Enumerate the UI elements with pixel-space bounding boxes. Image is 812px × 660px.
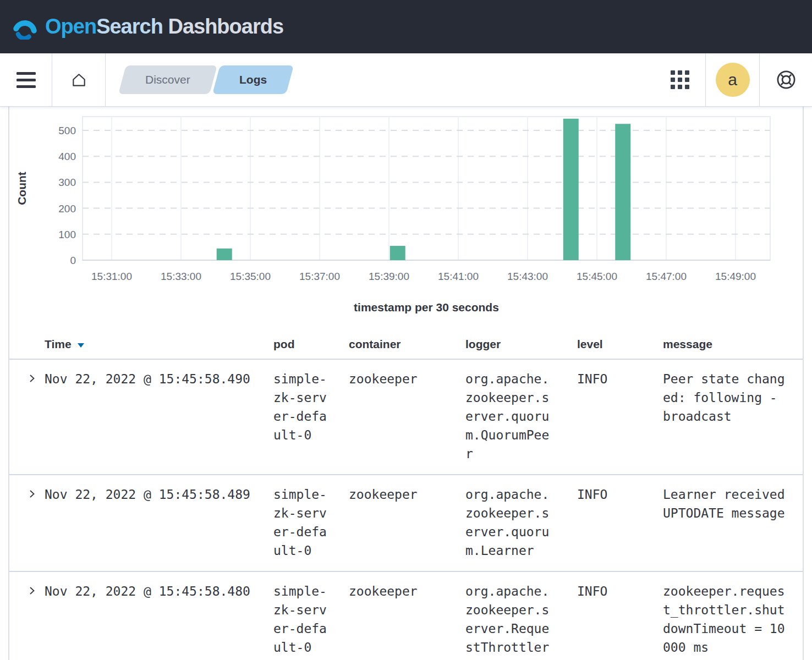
cell-level: INFO	[577, 582, 663, 601]
table-row: Nov 22, 2022 @ 15:45:58.480 simple-zk-se…	[9, 572, 803, 660]
cell-message: Peer state changed: following - broadcas…	[663, 370, 803, 426]
cell-pod: simple-zk-server-default-0	[273, 370, 349, 444]
histogram-bar[interactable]	[615, 124, 630, 260]
breadcrumb: DiscoverLogs	[122, 53, 290, 106]
breadcrumb-label: Logs	[239, 73, 267, 86]
cell-logger: org.apache.zookeeper.server.quorum.Learn…	[465, 485, 577, 560]
histogram-section: 15:31:0015:33:0015:35:0015:37:0015:39:00…	[9, 107, 803, 321]
cell-message: Learner received UPTODATE message	[663, 485, 803, 522]
y-tick-label: 200	[58, 203, 76, 215]
expand-row-button[interactable]	[19, 373, 45, 386]
histogram-bar[interactable]	[563, 119, 579, 260]
x-tick-label: 15:45:00	[577, 271, 617, 282]
cell-time: Nov 22, 2022 @ 15:45:58.490	[45, 370, 273, 388]
column-header-container[interactable]: container	[349, 338, 465, 351]
breadcrumb-label: Discover	[145, 73, 190, 86]
x-tick-label: 15:47:00	[646, 271, 687, 282]
table-header-row: Time pod container logger level message	[9, 329, 803, 360]
life-ring-icon	[776, 69, 797, 90]
cell-message: zookeeper.request_throttler.shutdownTime…	[663, 582, 803, 657]
y-tick-label: 100	[58, 229, 76, 240]
histogram-chart: 15:31:0015:33:0015:35:0015:37:0015:39:00…	[9, 107, 803, 321]
y-tick-label: 300	[58, 177, 76, 188]
cell-logger: org.apache.zookeeper.server.quorum.Quoru…	[465, 370, 577, 463]
y-tick-label: 400	[58, 151, 76, 162]
table-row: Nov 22, 2022 @ 15:45:58.489 simple-zk-se…	[9, 475, 803, 572]
cell-logger: org.apache.zookeeper.server.RequestThrot…	[465, 582, 577, 657]
user-avatar[interactable]: a	[716, 63, 750, 97]
y-tick-label: 0	[70, 255, 76, 266]
x-axis-title: timestamp per 30 seconds	[354, 301, 499, 314]
cell-pod: simple-zk-server-default-0	[273, 582, 349, 657]
y-axis-title: Count	[15, 172, 28, 205]
histogram-bar[interactable]	[390, 246, 405, 260]
column-header-logger[interactable]: logger	[465, 338, 577, 351]
divider	[105, 53, 106, 106]
column-header-message[interactable]: message	[663, 338, 803, 351]
x-tick-label: 15:39:00	[369, 271, 409, 282]
help-button[interactable]	[760, 53, 812, 106]
column-header-time[interactable]: Time	[45, 338, 273, 351]
apps-grid-icon	[671, 70, 689, 89]
column-header-pod[interactable]: pod	[273, 338, 349, 351]
apps-grid-button[interactable]	[655, 53, 705, 106]
cell-pod: simple-zk-server-default-0	[273, 485, 349, 560]
x-tick-label: 15:43:00	[507, 271, 548, 282]
app-title: OpenSearch Dashboards	[45, 15, 283, 38]
home-icon	[70, 72, 87, 89]
breadcrumb-discover[interactable]: Discover	[118, 65, 217, 94]
chevron-right-icon	[26, 585, 37, 596]
expand-row-button[interactable]	[19, 585, 45, 598]
x-tick-label: 15:37:00	[299, 271, 340, 282]
hamburger-icon	[17, 72, 36, 75]
x-tick-label: 15:35:00	[230, 271, 271, 282]
opensearch-logo-icon	[12, 14, 38, 40]
column-header-level[interactable]: level	[577, 338, 663, 351]
discover-content: 15:31:0015:33:0015:35:0015:37:0015:39:00…	[8, 107, 804, 660]
cell-container: zookeeper	[349, 485, 465, 504]
breadcrumb-logs[interactable]: Logs	[212, 65, 294, 94]
histogram-bar[interactable]	[217, 249, 232, 260]
nav-right-section: a	[655, 53, 812, 106]
sort-desc-icon	[77, 342, 85, 348]
chevron-right-icon	[26, 373, 37, 384]
y-tick-label: 500	[58, 125, 76, 136]
cell-level: INFO	[577, 370, 663, 388]
top-nav: DiscoverLogs a	[0, 53, 812, 107]
table-row: Nov 22, 2022 @ 15:45:58.490 simple-zk-se…	[9, 360, 803, 475]
x-tick-label: 15:33:00	[161, 271, 201, 282]
opensearch-logo: OpenSearch Dashboards	[12, 14, 283, 40]
home-button[interactable]	[52, 53, 105, 106]
chevron-right-icon	[26, 488, 37, 499]
x-tick-label: 15:49:00	[715, 271, 756, 282]
expand-row-button[interactable]	[19, 488, 45, 501]
cell-time: Nov 22, 2022 @ 15:45:58.480	[45, 582, 273, 601]
cell-container: zookeeper	[349, 370, 465, 388]
x-tick-label: 15:31:00	[91, 271, 132, 282]
app-banner: OpenSearch Dashboards	[0, 0, 812, 53]
cell-level: INFO	[577, 485, 663, 504]
cell-time: Nov 22, 2022 @ 15:45:58.489	[45, 485, 273, 504]
menu-button[interactable]	[0, 53, 52, 106]
x-tick-label: 15:41:00	[438, 271, 479, 282]
cell-container: zookeeper	[349, 582, 465, 601]
documents-table: Time pod container logger level message …	[9, 329, 803, 660]
